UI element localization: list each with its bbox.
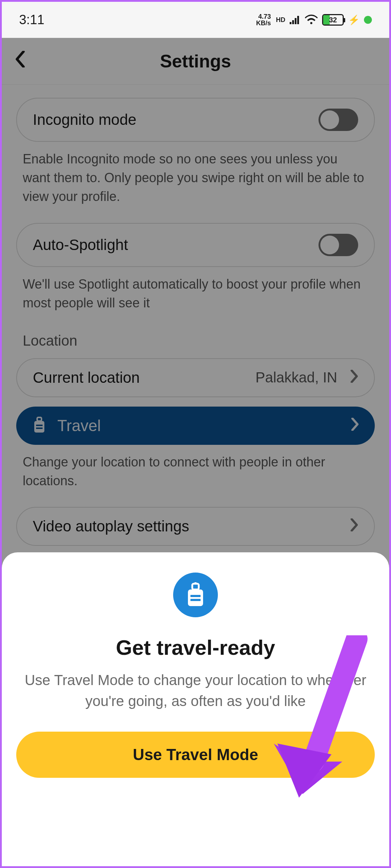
travel-label: Travel <box>57 417 101 435</box>
cell-signal-icon <box>290 12 300 27</box>
svg-rect-3 <box>297 16 299 24</box>
chevron-right-icon <box>350 518 358 535</box>
status-bar: 3:11 4.73 KB/s HD 32 ⚡ <box>2 2 389 38</box>
auto-spotlight-label: Auto-Spotlight <box>33 236 128 254</box>
svg-rect-4 <box>34 421 44 433</box>
incognito-label: Incognito mode <box>33 111 136 128</box>
video-autoplay-row[interactable]: Video autoplay settings <box>16 507 375 546</box>
svg-rect-9 <box>192 584 199 589</box>
incognito-toggle[interactable] <box>318 109 358 131</box>
current-location-row[interactable]: Current location Palakkad, IN <box>16 358 375 397</box>
svg-rect-1 <box>292 20 294 24</box>
chevron-right-icon <box>351 417 359 434</box>
incognito-mode-row[interactable]: Incognito mode <box>16 98 375 142</box>
travel-row[interactable]: Travel <box>16 407 375 445</box>
use-travel-mode-button[interactable]: Use Travel Mode <box>16 732 375 778</box>
svg-rect-6 <box>36 425 43 426</box>
charging-icon: ⚡ <box>348 14 360 26</box>
wifi-icon <box>305 12 318 27</box>
chevron-right-icon <box>350 369 358 386</box>
auto-spotlight-description: We'll use Spotlight automatically to boo… <box>16 267 375 323</box>
video-autoplay-label: Video autoplay settings <box>33 518 189 535</box>
current-location-label: Current location <box>33 369 140 386</box>
svg-rect-7 <box>36 428 43 429</box>
svg-rect-10 <box>190 595 201 597</box>
svg-rect-5 <box>37 417 41 421</box>
suitcase-circle-icon <box>173 573 218 617</box>
current-location-value: Palakkad, IN <box>255 369 337 386</box>
svg-rect-0 <box>290 22 291 24</box>
privacy-indicator-dot <box>364 16 372 24</box>
incognito-description: Enable Incognito mode so no one sees you… <box>16 142 375 217</box>
auto-spotlight-toggle[interactable] <box>318 234 358 256</box>
svg-rect-8 <box>188 589 203 606</box>
network-speed: 4.73 KB/s <box>256 13 271 26</box>
location-section-label: Location <box>16 323 375 352</box>
suitcase-icon <box>32 417 47 435</box>
travel-mode-sheet: Get travel-ready Use Travel Mode to chan… <box>2 552 389 866</box>
sheet-title: Get travel-ready <box>116 635 275 659</box>
svg-rect-11 <box>190 599 201 601</box>
travel-description: Change your location to connect with peo… <box>16 445 375 501</box>
hd-indicator: HD <box>276 17 285 23</box>
auto-spotlight-row[interactable]: Auto-Spotlight <box>16 223 375 267</box>
svg-rect-2 <box>295 18 296 24</box>
back-icon[interactable] <box>15 51 25 72</box>
status-time: 3:11 <box>19 12 44 27</box>
settings-header: Settings <box>2 38 389 85</box>
page-title: Settings <box>160 51 231 72</box>
battery-indicator: 32 <box>322 14 344 26</box>
sheet-description: Use Travel Mode to change your location … <box>16 670 375 711</box>
